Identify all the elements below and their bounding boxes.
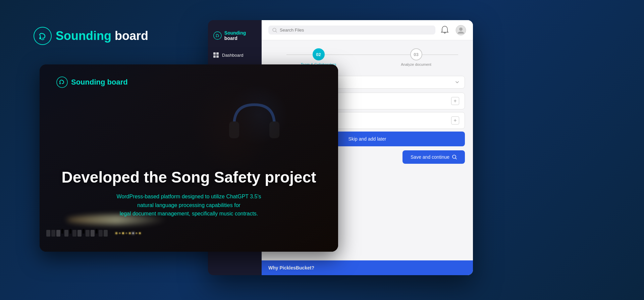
svg-point-3 (214, 32, 221, 39)
search-icon-btn (452, 155, 457, 159)
svg-rect-9 (216, 55, 219, 58)
add-collaborator-btn-1[interactable]: + (451, 97, 459, 105)
plus-icon-2: + (453, 117, 457, 123)
main-logo: Sounding board (34, 27, 148, 45)
main-logo-text: Sounding board (56, 29, 148, 43)
sidebar-logo: Sounding board (208, 27, 262, 49)
chevron-down-icon (455, 80, 459, 84)
portfolio-subtitle: WordPress-based platform designed to uti… (105, 192, 273, 218)
portfolio-card: Sounding board Developed the Song Safety… (40, 64, 338, 252)
main-logo-icon (34, 27, 52, 45)
sidebar-item-label: Dashboard (222, 53, 244, 58)
svg-point-13 (459, 28, 463, 31)
svg-rect-6 (213, 52, 216, 55)
svg-rect-7 (216, 52, 219, 55)
subtitle-line-2: natural language processing capabilities… (137, 202, 240, 208)
portfolio-logo-text: Sounding board (71, 78, 128, 87)
portfolio-title: Developed the Song Safety project (56, 169, 321, 186)
svg-point-0 (34, 27, 51, 45)
svg-line-11 (276, 31, 277, 32)
stepper: 02 Team & Collaborators 03 Analyze docum… (270, 48, 465, 66)
grid-icon (213, 52, 219, 58)
topbar-icons (439, 25, 466, 36)
portfolio-photo (40, 64, 338, 252)
portfolio-content: Developed the Song Safety project WordPr… (56, 169, 321, 218)
svg-point-18 (57, 77, 67, 88)
step-circle-2: 02 (313, 48, 325, 60)
sidebar-item-dashboard[interactable]: Dashboard (208, 49, 262, 61)
stepper-step-2: 02 Team & Collaborators (270, 48, 367, 66)
svg-line-15 (455, 158, 457, 159)
bell-icon[interactable] (439, 25, 450, 36)
stepper-step-3: 03 Analyze document (367, 48, 465, 66)
svg-rect-8 (213, 55, 216, 58)
subtitle-line-3: legal document management, specifically … (120, 211, 258, 216)
search-input[interactable] (280, 28, 347, 33)
sidebar-logo-text: Sounding board (224, 30, 256, 41)
plus-icon-1: + (453, 98, 457, 104)
portfolio-logo-icon (56, 77, 68, 88)
save-continue-label: Save and continue (411, 154, 449, 160)
add-collaborator-btn-2[interactable]: + (451, 116, 459, 124)
svg-rect-17 (269, 121, 279, 138)
portfolio-inner-logo: Sounding board (56, 77, 128, 88)
topbar (262, 20, 473, 40)
user-avatar-icon[interactable] (455, 25, 466, 36)
subtitle-line-1: WordPress-based platform designed to uti… (116, 194, 261, 199)
step-circle-3: 03 (410, 48, 422, 60)
save-continue-button[interactable]: Save and continue (402, 150, 465, 164)
svg-rect-16 (229, 121, 239, 138)
step-label-3: Analyze document (401, 62, 431, 66)
search-icon (272, 28, 277, 33)
search-bar[interactable] (268, 26, 435, 35)
bottom-banner: Why PicklesBucket? (262, 260, 473, 275)
sidebar-logo-icon (213, 31, 222, 40)
